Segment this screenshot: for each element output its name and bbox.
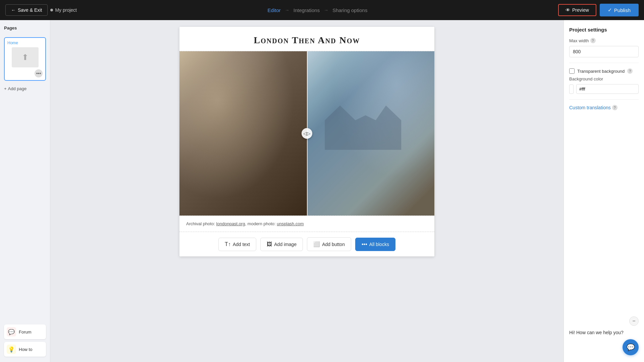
canvas-caption: Archival photo: londonpast.org, modern p… [179,216,434,232]
topbar-left: ← Save & Exit My project [5,4,77,16]
custom-translations-section: Custom translations ? [569,105,639,110]
nav-arrow-2: → [324,7,328,13]
plus-icon: + [4,86,7,91]
page-more-button[interactable]: ••• [35,69,43,77]
bg-color-row [569,84,639,94]
eye-icon: 👁 [566,7,570,13]
nav-editor[interactable]: Editor [268,7,281,13]
image-left-old [179,51,307,216]
settings-bottom: − Hi! How can we help you? 💬 [569,316,639,355]
split-handle-icon: ◁▷ [303,131,311,136]
publish-button[interactable]: ✓ Publish [600,4,639,16]
canvas-wrapper: London Then And Now ◁▷ Archival photo: l… [179,27,434,256]
custom-translations-help-icon[interactable]: ? [612,105,618,110]
project-name: My project [50,7,77,13]
chat-label: Hi! How can we help you? [569,330,624,335]
save-exit-button[interactable]: ← Save & Exit [5,4,48,16]
sidebar-item-howto[interactable]: 💡 How to [4,342,46,357]
home-page-label: Home [7,41,18,45]
nav-integrations[interactable]: Integrations [293,7,320,13]
topbar: ← Save & Exit My project Editor → Integr… [0,0,644,20]
all-blocks-button[interactable]: ••• All blocks [355,238,395,251]
text-icon: T↑ [225,241,231,247]
chat-section: Hi! How can we help you? [569,330,639,335]
transparent-bg-help-icon[interactable]: ? [627,68,633,74]
caption-link-1[interactable]: londonpast.org [216,221,245,226]
canvas-area: London Then And Now ◁▷ Archival photo: l… [50,20,564,362]
dots-icon: ••• [362,241,367,247]
canvas-title: London Then And Now [179,27,434,51]
page-preview-icon: ⬆ [22,53,29,62]
pages-sidebar: Pages Home ⬆ ••• + Add page 💬 Forum 💡 Ho… [0,20,50,362]
sidebar-tools: 💬 Forum 💡 How to [4,324,46,357]
checkmark-icon: ✓ [608,7,612,13]
main-layout: Pages Home ⬆ ••• + Add page 💬 Forum 💡 Ho… [0,20,644,362]
max-width-input[interactable] [569,46,639,57]
arrow-left-icon: ← [11,7,16,13]
minimize-button[interactable]: − [629,316,639,326]
add-button-button[interactable]: ⬜ Add button [307,237,351,251]
chat-icon: 💬 [627,343,635,351]
max-width-help-icon[interactable]: ? [590,38,596,43]
image-icon: 🖼 [267,241,272,247]
page-thumbnail-preview: ⬆ [12,47,39,67]
canvas-add-toolbar: T↑ Add text 🖼 Add image ⬜ Add button •••… [179,232,434,256]
divider-2 [569,99,639,100]
split-handle[interactable]: ◁▷ [302,128,312,139]
bg-color-swatch[interactable] [569,84,574,94]
add-text-button[interactable]: T↑ Add text [218,238,256,251]
nav-sharing-options[interactable]: Sharing options [332,7,367,13]
caption-link-2[interactable]: unsplash.com [277,221,304,226]
transparent-bg-row: Transparent background ? [569,68,639,74]
home-page-thumb[interactable]: Home ⬆ ••• [4,37,46,81]
settings-sidebar: Project settings Max width ? Transparent… [564,20,644,362]
max-width-section: Max width ? [569,38,639,57]
custom-translations-link[interactable]: Custom translations ? [569,105,639,110]
bg-color-input[interactable] [576,84,639,94]
settings-title: Project settings [569,27,639,33]
chat-button[interactable]: 💬 [623,339,639,355]
transparent-bg-section: Transparent background ? Background colo… [569,68,639,94]
topbar-right: 👁 Preview ✓ Publish [558,4,639,16]
add-page-button[interactable]: + Add page [4,85,46,93]
add-image-button[interactable]: 🖼 Add image [260,238,303,251]
button-icon: ⬜ [313,241,320,247]
howto-icon: 💡 [7,345,16,354]
sidebar-item-forum[interactable]: 💬 Forum [4,324,46,339]
forum-icon: 💬 [7,327,16,337]
project-dot [50,9,53,11]
divider-1 [569,63,639,63]
transparent-bg-checkbox[interactable] [569,68,575,74]
nav-arrow-1: → [285,7,289,13]
image-right-new [307,51,434,216]
topbar-center: Editor → Integrations → Sharing options [81,7,554,13]
bg-color-label: Background color [569,76,639,81]
preview-button[interactable]: 👁 Preview [558,4,596,16]
pages-title: Pages [4,25,46,31]
max-width-label: Max width ? [569,38,639,43]
canvas-image-section[interactable]: ◁▷ [179,51,434,216]
